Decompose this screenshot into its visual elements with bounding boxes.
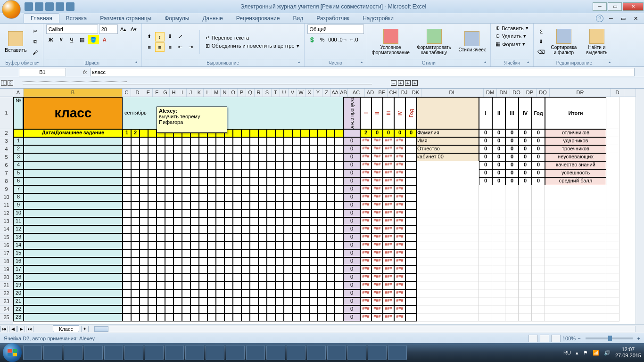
comma-icon[interactable]: 000 bbox=[328, 35, 338, 44]
qat-undo-icon[interactable] bbox=[35, 2, 43, 11]
col-header-T[interactable]: T bbox=[272, 89, 280, 97]
horizontal-scrollbar[interactable] bbox=[94, 326, 636, 332]
row-header-8[interactable]: 8 bbox=[0, 177, 13, 185]
doc-restore-icon[interactable]: ▭ bbox=[619, 14, 628, 23]
taskbar-utorrent-icon[interactable] bbox=[206, 345, 224, 360]
shrink-font-icon[interactable]: A▾ bbox=[129, 25, 139, 34]
col-header-AB[interactable]: AB bbox=[339, 89, 348, 97]
tab-addins[interactable]: Надстройки bbox=[356, 14, 400, 23]
col-header-A[interactable]: A bbox=[13, 89, 24, 97]
taskbar-app1-icon[interactable] bbox=[185, 345, 204, 360]
taskbar-excel-icon[interactable] bbox=[388, 345, 407, 360]
tray-network-icon[interactable]: 📶 bbox=[593, 350, 599, 356]
cut-icon[interactable]: ✂ bbox=[31, 27, 40, 36]
outline-collapse[interactable]: − bbox=[391, 80, 396, 86]
col-header-P[interactable]: P bbox=[238, 89, 246, 97]
hscroll-thumb[interactable] bbox=[94, 326, 108, 332]
taskbar-app6-icon[interactable] bbox=[307, 345, 326, 360]
font-name-select[interactable] bbox=[46, 25, 98, 34]
outline-expand-2[interactable]: + bbox=[405, 80, 411, 86]
underline-button[interactable]: Ч bbox=[67, 35, 76, 44]
qat-custom-icon[interactable] bbox=[66, 2, 74, 11]
taskbar-ie-icon[interactable] bbox=[124, 345, 143, 360]
taskbar-app5-icon[interactable] bbox=[287, 345, 305, 360]
col-header-C[interactable]: C bbox=[123, 89, 131, 97]
col-header-Z[interactable]: Z bbox=[322, 89, 331, 97]
orientation-icon[interactable]: ⤢ bbox=[176, 32, 185, 41]
outline-expand-1[interactable]: + bbox=[398, 80, 404, 86]
minimize-button[interactable]: ─ bbox=[593, 2, 607, 11]
col-header-D[interactable]: D bbox=[611, 89, 624, 97]
col-header-W[interactable]: W bbox=[297, 89, 305, 97]
col-header-DN[interactable]: DN bbox=[497, 89, 510, 97]
align-middle-icon[interactable]: ↕ bbox=[155, 32, 165, 41]
indent-inc-icon[interactable]: ⇥ bbox=[186, 42, 196, 52]
currency-icon[interactable]: 💲 bbox=[307, 35, 317, 44]
office-button[interactable] bbox=[2, 0, 21, 19]
col-header-DM[interactable]: DM bbox=[484, 89, 497, 97]
row-header-13[interactable]: 13 bbox=[0, 217, 13, 225]
conditional-format-button[interactable]: Условное форматирование bbox=[370, 28, 412, 56]
clear-icon[interactable]: ⌫ bbox=[537, 48, 546, 57]
row-header-15[interactable]: 15 bbox=[0, 233, 13, 241]
row-header-20[interactable]: 20 bbox=[0, 273, 13, 281]
col-header-DK[interactable]: DK bbox=[410, 89, 421, 97]
insert-cells-button[interactable]: ⊕ Вставить ▾ bbox=[494, 25, 530, 32]
row-header-5[interactable]: 5 bbox=[0, 153, 13, 161]
new-sheet-icon[interactable]: ✦ bbox=[81, 326, 89, 332]
maximize-button[interactable]: ▭ bbox=[608, 2, 622, 11]
col-header-I[interactable]: I bbox=[178, 89, 187, 97]
taskbar-app2-icon[interactable] bbox=[226, 345, 245, 360]
col-header-Y[interactable]: Y bbox=[314, 89, 322, 97]
wrap-text-button[interactable]: ↵Перенос текста bbox=[204, 34, 301, 41]
col-header-X[interactable]: X bbox=[305, 89, 314, 97]
tray-lang[interactable]: RU bbox=[563, 350, 571, 355]
taskbar-opera-icon[interactable] bbox=[104, 345, 123, 360]
align-top-icon[interactable]: ⬆ bbox=[145, 32, 154, 41]
row-header-1[interactable]: 1 bbox=[0, 97, 13, 129]
col-header-H[interactable]: H bbox=[170, 89, 178, 97]
tab-insert[interactable]: Вставка bbox=[59, 14, 94, 23]
inc-decimal-icon[interactable]: .0→ bbox=[339, 35, 348, 44]
align-bottom-icon[interactable]: ⬇ bbox=[165, 32, 175, 41]
col-header-Q[interactable]: Q bbox=[246, 89, 255, 97]
row-header-10[interactable]: 10 bbox=[0, 193, 13, 201]
col-header-S[interactable]: S bbox=[263, 89, 272, 97]
row-header-2[interactable]: 2 bbox=[0, 129, 13, 137]
doc-close-icon[interactable]: ✕ bbox=[631, 14, 640, 23]
col-header-B[interactable]: B bbox=[24, 89, 123, 97]
dec-decimal-icon[interactable]: ←.0 bbox=[349, 35, 358, 44]
formula-input[interactable]: класс bbox=[90, 68, 635, 76]
close-button[interactable]: ✕ bbox=[623, 2, 644, 11]
tray-volume-icon[interactable]: 🔊 bbox=[604, 350, 611, 356]
view-pagebreak-icon[interactable] bbox=[551, 335, 561, 342]
formatpainter-icon[interactable]: 🖌 bbox=[31, 48, 40, 57]
row-header-12[interactable]: 12 bbox=[0, 209, 13, 217]
start-button[interactable] bbox=[3, 343, 22, 362]
taskbar-mediaplayer-icon[interactable] bbox=[43, 345, 62, 360]
tab-view[interactable]: Вид bbox=[286, 14, 310, 23]
copy-icon[interactable]: ⧉ bbox=[31, 37, 40, 47]
font-color-button[interactable]: A bbox=[100, 35, 109, 44]
font-size-select[interactable] bbox=[99, 25, 118, 34]
outline-level-1[interactable]: 1 bbox=[1, 80, 7, 86]
row-header-16[interactable]: 16 bbox=[0, 241, 13, 249]
qat-redo-icon[interactable] bbox=[45, 2, 54, 11]
zoom-slider[interactable] bbox=[586, 337, 633, 339]
row-header-11[interactable]: 11 bbox=[0, 201, 13, 209]
align-center-icon[interactable]: ≡ bbox=[155, 42, 165, 52]
row-header-24[interactable]: 24 bbox=[0, 305, 13, 313]
row-header-9[interactable]: 9 bbox=[0, 185, 13, 193]
row-header-22[interactable]: 22 bbox=[0, 289, 13, 297]
sort-filter-button[interactable]: Сортировка и фильтр bbox=[548, 28, 580, 56]
taskbar-word-icon[interactable] bbox=[368, 345, 387, 360]
col-header-DO[interactable]: DO bbox=[510, 89, 523, 97]
col-header-R[interactable]: R bbox=[255, 89, 263, 97]
vertical-scrollbar[interactable] bbox=[636, 89, 644, 324]
italic-button[interactable]: К bbox=[57, 35, 66, 44]
row-header-17[interactable]: 17 bbox=[0, 249, 13, 257]
name-box[interactable]: B1 bbox=[19, 68, 66, 76]
row-header-6[interactable]: 6 bbox=[0, 161, 13, 169]
taskbar-yandex-icon[interactable] bbox=[145, 345, 164, 360]
outline-expand-3[interactable]: + bbox=[412, 80, 418, 86]
